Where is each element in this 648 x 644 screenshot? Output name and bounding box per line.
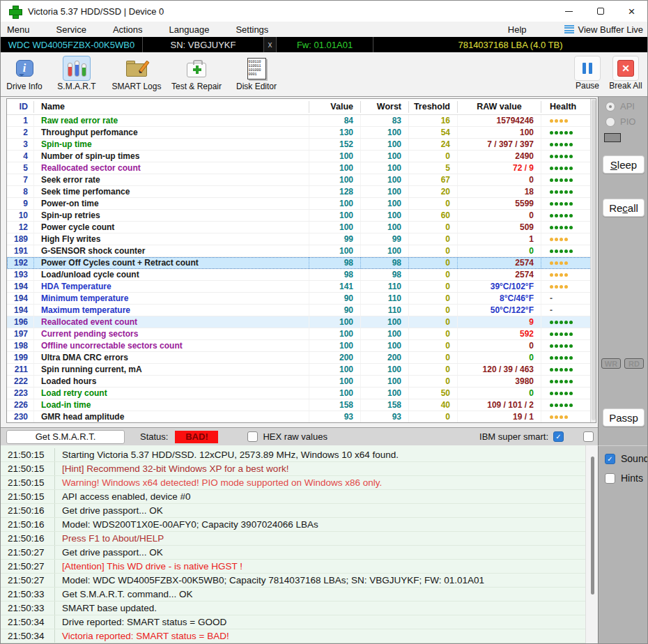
- menu-help[interactable]: Help: [508, 24, 527, 35]
- device-band-close-button[interactable]: x: [263, 37, 277, 52]
- sound-option[interactable]: ✓ Sound: [605, 453, 648, 464]
- table-row[interactable]: 194 Minimum temperature 90 110 0 8°C/46°…: [7, 293, 596, 305]
- bottom-side-panel: ✓ Sound Hints: [598, 445, 647, 643]
- table-row[interactable]: 194 Maximum temperature 90 110 0 50°C/12…: [7, 305, 596, 316]
- rd-button[interactable]: RD: [624, 358, 644, 369]
- table-row[interactable]: 3 Spin-up time 152 100 24 7 / 397 / 397: [7, 139, 596, 151]
- table-row[interactable]: 9 Power-on time 100 100 0 5599: [7, 198, 596, 210]
- health-dot: [550, 155, 553, 158]
- table-scrollbar[interactable]: [590, 99, 596, 422]
- pause-icon: [583, 63, 592, 74]
- table-row[interactable]: 189 High Fly writes 99 99 0 1: [7, 233, 596, 245]
- table-row[interactable]: 194 HDA Temperature 141 110 0 39°C/102°F: [7, 281, 596, 293]
- attr-id: 196: [7, 316, 34, 328]
- break-x-icon: ✕: [617, 60, 634, 77]
- health-dot: [564, 273, 568, 277]
- hex-checkbox[interactable]: [247, 431, 258, 442]
- get-smart-button[interactable]: Get S.M.A.R.T.: [6, 430, 125, 444]
- health-dot: [550, 238, 553, 241]
- smart-logs-button[interactable]: SMART Logs: [107, 56, 167, 96]
- pio-radio-option[interactable]: PIO: [605, 116, 635, 127]
- table-row[interactable]: 198 Offline uncorrectable sectors count …: [7, 340, 596, 352]
- attr-raw-value: 120 / 39 / 463: [458, 364, 541, 375]
- attr-id: 1: [7, 115, 34, 126]
- table-row[interactable]: 226 Load-in time 158 158 40 109 / 101 / …: [7, 399, 596, 411]
- table-row[interactable]: 222 Loaded hours 100 100 0 3980: [7, 376, 596, 388]
- extra-checkbox[interactable]: [583, 431, 594, 442]
- table-row[interactable]: 196 Reallocated event count 100 100 0 9: [7, 316, 596, 328]
- hints-option[interactable]: Hints: [605, 473, 643, 484]
- table-row[interactable]: 191 G-SENSOR shock counter 100 100 0 0: [7, 245, 596, 257]
- table-row[interactable]: 1 Raw read error rate 84 83 16 15794246: [7, 115, 596, 127]
- view-buffer-live-button[interactable]: View Buffer Live: [564, 24, 643, 35]
- menu-menu[interactable]: Menu: [7, 24, 30, 35]
- table-row[interactable]: 7 Seek error rate 100 100 67 0: [7, 174, 596, 186]
- table-row[interactable]: 4 Number of spin-up times 100 100 0 2490: [7, 151, 596, 162]
- health-dot: [560, 332, 563, 336]
- table-row[interactable]: 197 Current pending sectors 100 100 0 59…: [7, 328, 596, 340]
- drive-info-button[interactable]: i Drive Info: [2, 56, 47, 96]
- close-button[interactable]: ×: [616, 1, 647, 22]
- table-row[interactable]: 199 Ultra DMA CRC errors 200 200 0 0: [7, 352, 596, 364]
- recall-button[interactable]: Recall: [603, 199, 645, 217]
- table-row[interactable]: 8 Seek time perfomance 128 100 20 18: [7, 186, 596, 198]
- hex-raw-values-option[interactable]: HEX raw values: [247, 431, 327, 442]
- attr-worst: 99: [361, 233, 409, 245]
- health-dot: [555, 404, 558, 407]
- attr-raw-value: 2574: [458, 257, 541, 268]
- health-dot: [550, 380, 553, 383]
- pause-button[interactable]: Pause: [568, 56, 607, 91]
- table-row[interactable]: 2 Throughput perfomance 130 100 54 100: [7, 127, 596, 139]
- attr-health: [541, 198, 596, 209]
- attr-id: 189: [7, 233, 34, 245]
- api-radio[interactable]: [605, 102, 615, 112]
- test-repair-button[interactable]: Test & Repair: [167, 56, 226, 96]
- disk-editor-button[interactable]: 0101101100111010000001 Disk Editor: [226, 56, 286, 96]
- passp-button[interactable]: Passp: [603, 408, 645, 427]
- minimize-button[interactable]: [553, 1, 585, 22]
- smart-attributes-table: ID Name Value Worst Treshold RAW value H…: [6, 98, 596, 423]
- log-timestamp: 21:50:34: [1, 629, 55, 643]
- main-toolbar: i Drive Info S.M.A.R.T SMART Logs Test &…: [1, 52, 647, 97]
- api-radio-option[interactable]: API: [605, 101, 635, 112]
- attr-health: [541, 399, 596, 411]
- health-dot: [555, 202, 558, 206]
- menu-settings[interactable]: Settings: [236, 24, 268, 35]
- pio-radio[interactable]: [605, 117, 615, 127]
- attr-health: [541, 340, 596, 351]
- log-timestamp: 21:50:15: [1, 490, 55, 503]
- window-controls: ×: [553, 1, 647, 22]
- table-row[interactable]: 192 Power Off Cycles count + Retract cou…: [7, 257, 596, 269]
- table-row[interactable]: 12 Power cycle count 100 100 0 509: [7, 222, 596, 233]
- log-message: Get S.M.A.R.T. command... OK: [55, 589, 193, 599]
- table-row[interactable]: 10 Spin-up retries 100 100 60 0: [7, 210, 596, 222]
- menu-actions[interactable]: Actions: [113, 24, 143, 35]
- maximize-button[interactable]: [585, 1, 616, 22]
- health-dot: [555, 238, 558, 241]
- sleep-button[interactable]: Sleep: [603, 155, 645, 174]
- menu-service[interactable]: Service: [56, 24, 86, 35]
- health-dot: [555, 392, 558, 395]
- log-message: API access enabled, device #0: [55, 491, 191, 502]
- table-row[interactable]: 5 Reallocated sector count 100 100 5 72 …: [7, 162, 596, 174]
- table-row[interactable]: 193 Load/unload cycle count 98 98 0 2574: [7, 269, 596, 281]
- smart-tab-button[interactable]: S.M.A.R.T: [47, 56, 107, 96]
- table-row[interactable]: 230 GMR head amplitude 93 93 0 19 / 1: [7, 411, 596, 423]
- table-row[interactable]: 211 Spin running current, mA 100 100 0 1…: [7, 364, 596, 376]
- health-dot: [564, 356, 568, 360]
- attr-treshold: 40: [409, 399, 458, 411]
- table-row[interactable]: 223 Load retry count 100 100 50 0: [7, 388, 596, 399]
- log-entry: 21:50:33 Get S.M.A.R.T. command... OK: [1, 588, 598, 601]
- health-dot: [560, 285, 563, 289]
- table-scrollbar-thumb[interactable]: [592, 100, 596, 420]
- break-all-button[interactable]: ✕ Break All: [605, 56, 646, 91]
- ibm-checkbox[interactable]: ✓: [553, 431, 564, 442]
- attr-value: 100: [309, 328, 361, 339]
- hints-checkbox[interactable]: [605, 473, 615, 484]
- menu-language[interactable]: Language: [169, 24, 210, 35]
- wr-button[interactable]: WR: [601, 358, 621, 369]
- log-scrollbar-thumb[interactable]: [591, 457, 594, 595]
- log-scrollbar[interactable]: [585, 445, 598, 643]
- sound-checkbox[interactable]: ✓: [605, 454, 615, 464]
- health-dot: [555, 190, 558, 194]
